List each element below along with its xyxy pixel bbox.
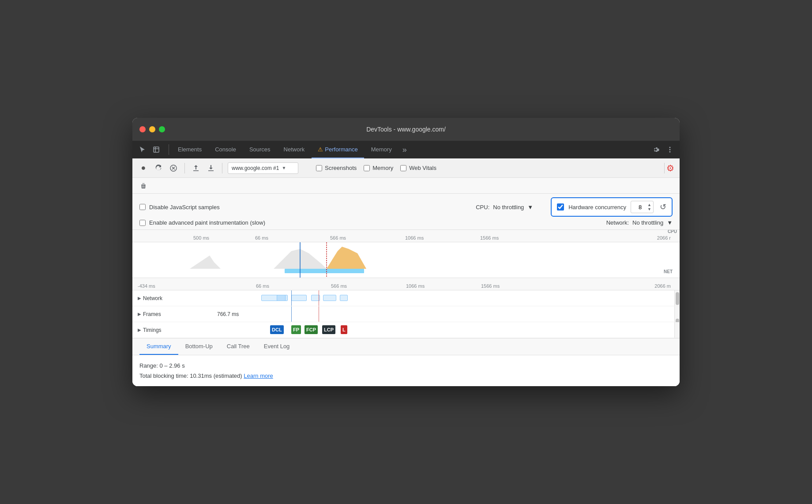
svg-point-1 — [669, 147, 671, 148]
net-side-label: NET — [664, 269, 673, 274]
network-track-content — [182, 290, 674, 306]
network-track: ▶ Network — [132, 290, 680, 306]
hw-reset-button[interactable]: ↺ — [660, 202, 666, 212]
network-throttle-value: No throttling — [632, 219, 663, 226]
stop-button[interactable] — [168, 162, 179, 174]
toolbar-divider-2 — [222, 163, 222, 173]
paint-checkbox[interactable] — [139, 220, 146, 226]
timing-dcl-label: DCL — [272, 327, 282, 332]
frames-track-content: 766.7 ms — [182, 306, 674, 322]
web-vitals-label: Web Vitals — [409, 165, 436, 171]
network-group: Network: No throttling ▼ — [606, 219, 673, 226]
hw-concurrency-box: Hardware concurrency 8 ▲ ▼ ↺ — [551, 197, 673, 217]
frames-line-2 — [319, 306, 319, 322]
timings-track: ▶ Timings DCL FP FCP LCP L — [132, 322, 680, 338]
upload-button[interactable] — [190, 162, 202, 174]
learn-more-link[interactable]: Learn more — [244, 372, 273, 379]
svg-point-2 — [669, 149, 671, 150]
disable-js-label: Disable JavaScript samples — [149, 204, 220, 211]
frames-track: ▶ Frames 766.7 ms — [132, 306, 680, 322]
disable-js-checkbox[interactable] — [139, 204, 146, 210]
ruler-label-2066r: 2066 r — [657, 235, 671, 241]
timing-fcp: FCP — [304, 325, 318, 334]
hw-decrement-button[interactable]: ▼ — [647, 207, 651, 211]
tab-summary[interactable]: Summary — [139, 339, 178, 355]
ruler-1566b: 1566 ms — [481, 283, 500, 289]
titlebar: DevTools - www.google.com/ — [132, 118, 680, 141]
url-selector[interactable]: www.google.com #1 ▼ — [228, 162, 298, 174]
network-dropdown-icon[interactable]: ▼ — [667, 219, 673, 226]
hw-concurrency-checkbox[interactable] — [557, 203, 564, 211]
tab-bottom-up[interactable]: Bottom-Up — [178, 339, 220, 355]
scrollbar-thumb[interactable] — [676, 292, 679, 305]
timing-fcp-label: FCP — [306, 327, 316, 332]
web-vitals-checkbox[interactable] — [400, 165, 406, 171]
performance-warn-icon: ⚠ — [318, 146, 323, 153]
more-icon[interactable] — [664, 143, 676, 156]
record-button[interactable]: ● — [138, 162, 149, 174]
svg-rect-0 — [154, 147, 159, 152]
tab-sources[interactable]: Sources — [243, 141, 277, 158]
settings-panel: Disable JavaScript samples CPU: No throt… — [132, 194, 680, 230]
frames-label: Frames — [143, 311, 161, 317]
tabs-overflow-button[interactable]: » — [399, 145, 410, 154]
cpu-throttle-value: No throttling — [493, 204, 524, 211]
memory-checkbox[interactable] — [364, 165, 370, 171]
cpu-dropdown-icon[interactable]: ▼ — [527, 204, 533, 211]
cursor-icon[interactable] — [136, 143, 148, 156]
settings-row-top: Disable JavaScript samples CPU: No throt… — [139, 197, 673, 217]
cpu-graph — [132, 242, 680, 278]
ruler-label-1566: 1566 ms — [480, 235, 499, 241]
timings-expand-icon: ▶ — [138, 327, 141, 332]
tab-elements[interactable]: Elements — [172, 141, 208, 158]
timing-lcp: LCP — [322, 325, 335, 334]
settings-icon[interactable] — [650, 143, 662, 156]
settings-gear-icon[interactable]: ⚙ — [666, 163, 674, 173]
url-text: www.google.com #1 — [232, 165, 279, 171]
timing-dcl: DCL — [270, 325, 284, 334]
timing-fp-label: FP — [293, 327, 299, 332]
network-track-label[interactable]: ▶ Network — [138, 295, 182, 301]
network-label: Network: — [606, 219, 629, 226]
screenshots-checkbox-group: Screenshots — [316, 165, 357, 171]
ruler-neg434: -434 ms — [138, 283, 155, 289]
trash-button[interactable] — [138, 180, 149, 192]
network-expand-icon: ▶ — [138, 296, 141, 301]
frames-track-label[interactable]: ▶ Frames — [138, 311, 182, 317]
screenshots-checkbox[interactable] — [316, 165, 322, 171]
svg-rect-9 — [285, 269, 364, 273]
maximize-button[interactable] — [159, 126, 165, 132]
web-vitals-checkbox-group: Web Vitals — [400, 165, 436, 171]
tab-console[interactable]: Console — [209, 141, 242, 158]
cpu-net-graph[interactable]: NET — [132, 242, 680, 278]
tab-call-tree[interactable]: Call Tree — [220, 339, 257, 355]
close-button[interactable] — [139, 126, 146, 132]
toolbar-divider-3 — [664, 163, 665, 173]
hw-spinners: ▲ ▼ — [647, 203, 651, 211]
net-block-6 — [340, 295, 348, 301]
scrollbar-track — [674, 290, 680, 306]
download-button[interactable] — [205, 162, 217, 174]
range-text: Range: 0 – 2.96 s — [139, 362, 673, 369]
timings-track-label[interactable]: ▶ Timings — [138, 327, 182, 333]
timings-label: Timings — [143, 327, 162, 333]
hw-concurrency-input-group: 8 ▲ ▼ — [631, 201, 654, 213]
hw-increment-button[interactable]: ▲ — [647, 203, 651, 207]
window-title: DevTools - www.google.com/ — [366, 126, 446, 133]
hw-concurrency-value: 8 — [633, 204, 647, 211]
tab-event-log[interactable]: Event Log — [257, 339, 297, 355]
toolbar-divider-1 — [184, 163, 185, 173]
tab-performance[interactable]: ⚠ Performance — [312, 141, 364, 158]
timeline-main: -434 ms 66 ms 566 ms 1066 ms 1566 ms 206… — [132, 278, 680, 339]
tab-network[interactable]: Network — [278, 141, 311, 158]
inspect-icon[interactable] — [150, 143, 162, 156]
tabs-right-icons — [650, 143, 676, 156]
frames-line-1 — [291, 306, 292, 322]
reload-button[interactable] — [153, 162, 164, 174]
timing-l: L — [341, 325, 347, 334]
timing-fp: FP — [291, 325, 301, 334]
minimize-button[interactable] — [149, 126, 155, 132]
tab-memory[interactable]: Memory — [365, 141, 398, 158]
net-block-2 — [277, 295, 288, 301]
disable-js-setting: Disable JavaScript samples — [139, 204, 220, 211]
